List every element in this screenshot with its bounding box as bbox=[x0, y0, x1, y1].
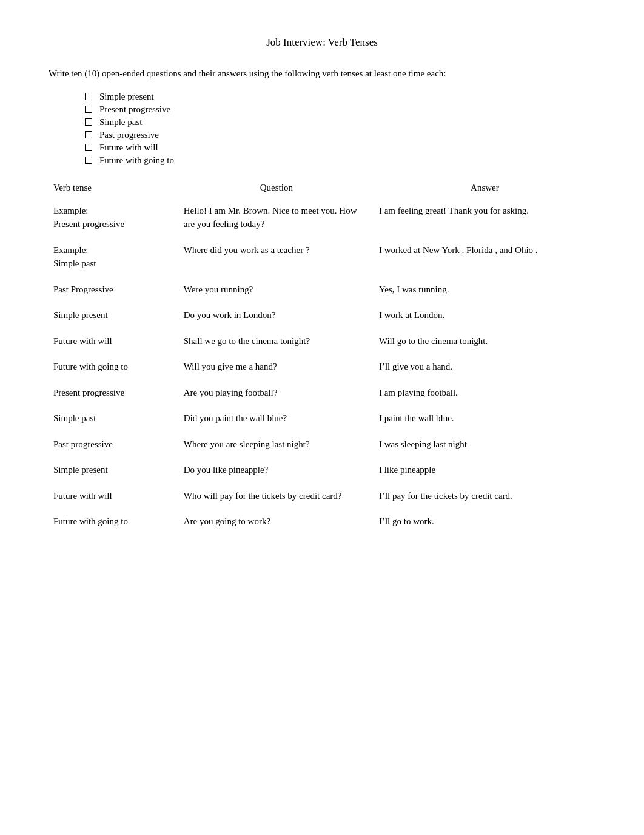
bullet-icon bbox=[85, 93, 92, 100]
intro-paragraph: Write ten (10) open-ended questions and … bbox=[49, 67, 595, 81]
cell-answer: I am playing football. bbox=[374, 380, 595, 406]
cell-question: Are you going to work? bbox=[179, 509, 374, 535]
cell-verb-tense: Simple present bbox=[49, 302, 179, 328]
cell-verb-tense: Example:Simple past bbox=[49, 237, 179, 277]
col-question: Question bbox=[179, 180, 374, 198]
bullet-icon bbox=[85, 131, 92, 138]
cell-verb-tense: Simple past bbox=[49, 405, 179, 431]
table-row: Simple presentDo you like pineapple?I li… bbox=[49, 457, 595, 483]
cell-question: Are you playing football? bbox=[179, 380, 374, 406]
table-row: Future with willWho will pay for the tic… bbox=[49, 483, 595, 509]
table-row: Future with going toAre you going to wor… bbox=[49, 509, 595, 535]
cell-verb-tense: Future with going to bbox=[49, 509, 179, 535]
cell-verb-tense: Future with will bbox=[49, 328, 179, 354]
verb-tense-table-container: Verb tense Question Answer Example:Prese… bbox=[49, 180, 595, 535]
cell-question: Did you paint the wall blue? bbox=[179, 405, 374, 431]
cell-answer: I like pineapple bbox=[374, 457, 595, 483]
table-row: Simple pastDid you paint the wall blue?I… bbox=[49, 405, 595, 431]
cell-answer: I work at London. bbox=[374, 302, 595, 328]
table-row: Example:Present progressiveHello! I am M… bbox=[49, 198, 595, 237]
bullet-item: Future with will bbox=[85, 143, 595, 153]
cell-answer: I paint the wall blue. bbox=[374, 405, 595, 431]
cell-verb-tense: Present progressive bbox=[49, 380, 179, 406]
bullet-icon bbox=[85, 106, 92, 113]
page-title: Job Interview: Verb Tenses bbox=[49, 36, 595, 49]
bullet-icon bbox=[85, 157, 92, 164]
bullet-text: Past progressive bbox=[99, 130, 159, 140]
table-row: Future with going toWill you give me a h… bbox=[49, 354, 595, 380]
cell-question: Who will pay for the tickets by credit c… bbox=[179, 483, 374, 509]
verb-tense-list: Simple presentPresent progressiveSimple … bbox=[85, 92, 595, 166]
cell-verb-tense: Past progressive bbox=[49, 431, 179, 458]
table-row: Past progressiveWhere you are sleeping l… bbox=[49, 431, 595, 458]
cell-question: Hello! I am Mr. Brown. Nice to meet you.… bbox=[179, 198, 374, 237]
cell-verb-tense: Past Progressive bbox=[49, 277, 179, 303]
cell-verb-tense: Simple present bbox=[49, 457, 179, 483]
bullet-item: Present progressive bbox=[85, 104, 595, 115]
cell-answer: I’ll pay for the tickets by credit card. bbox=[374, 483, 595, 509]
bullet-item: Simple present bbox=[85, 92, 595, 102]
cell-answer: I was sleeping last night bbox=[374, 431, 595, 458]
cell-answer: Yes, I was running. bbox=[374, 277, 595, 303]
table-row: Past ProgressiveWere you running?Yes, I … bbox=[49, 277, 595, 303]
col-answer: Answer bbox=[374, 180, 595, 198]
table-header-row: Verb tense Question Answer bbox=[49, 180, 595, 198]
cell-verb-tense: Example:Present progressive bbox=[49, 198, 179, 237]
bullet-text: Simple present bbox=[99, 92, 154, 102]
cell-answer: I’ll go to work. bbox=[374, 509, 595, 535]
table-row: Future with willShall we go to the cinem… bbox=[49, 328, 595, 354]
bullet-icon bbox=[85, 118, 92, 126]
cell-question: Where did you work as a teacher ? bbox=[179, 237, 374, 277]
bullet-text: Present progressive bbox=[99, 104, 170, 115]
bullet-text: Future with will bbox=[99, 143, 158, 153]
cell-answer: I am feeling great! Thank you for asking… bbox=[374, 198, 595, 237]
bullet-text: Simple past bbox=[99, 117, 142, 127]
table-row: Simple presentDo you work in London?I wo… bbox=[49, 302, 595, 328]
cell-question: Were you running? bbox=[179, 277, 374, 303]
cell-answer: Will go to the cinema tonight. bbox=[374, 328, 595, 354]
bullet-item: Future with going to bbox=[85, 155, 595, 166]
cell-answer: I worked at New York , Florida , and Ohi… bbox=[374, 237, 595, 277]
bullet-item: Simple past bbox=[85, 117, 595, 127]
table-row: Example:Simple pastWhere did you work as… bbox=[49, 237, 595, 277]
table-row: Present progressiveAre you playing footb… bbox=[49, 380, 595, 406]
bullet-icon bbox=[85, 144, 92, 151]
cell-question: Will you give me a hand? bbox=[179, 354, 374, 380]
bullet-text: Future with going to bbox=[99, 155, 174, 166]
cell-question: Shall we go to the cinema tonight? bbox=[179, 328, 374, 354]
cell-question: Do you work in London? bbox=[179, 302, 374, 328]
cell-answer: I’ll give you a hand. bbox=[374, 354, 595, 380]
bullet-item: Past progressive bbox=[85, 130, 595, 140]
cell-verb-tense: Future with going to bbox=[49, 354, 179, 380]
col-verb-tense: Verb tense bbox=[49, 180, 179, 198]
cell-question: Do you like pineapple? bbox=[179, 457, 374, 483]
verb-tense-table: Verb tense Question Answer Example:Prese… bbox=[49, 180, 595, 535]
cell-question: Where you are sleeping last night? bbox=[179, 431, 374, 458]
cell-verb-tense: Future with will bbox=[49, 483, 179, 509]
